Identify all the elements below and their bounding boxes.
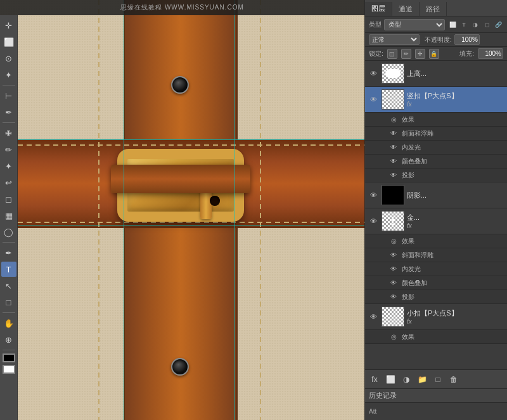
effect-4-shadow-eye[interactable]: 👁	[388, 290, 399, 304]
tool-separator-1	[3, 85, 15, 86]
left-tools-panel: ✛ ⬜ ⊙ ✦ ⊢ ✒ ✙ ✏ ✦ ↩ ◻ ▦ ◯ ✒ T ↖ □ ✋ ⊕	[0, 15, 18, 420]
layer-1-eye[interactable]: 👁	[368, 62, 379, 85]
layer-4-info: 金... fx	[407, 213, 504, 229]
layer-adjust-button[interactable]: ◑	[399, 372, 413, 386]
layer-1-thumbnail	[382, 63, 404, 84]
opacity-input[interactable]	[454, 34, 480, 45]
layer-item-shang-gao[interactable]: 👁 上高...	[365, 61, 507, 87]
effect-label-name: 效果	[402, 115, 414, 124]
layer-add-mask-button[interactable]: ⬜	[383, 372, 397, 386]
tool-lasso[interactable]: ⊙	[1, 51, 16, 66]
effect-4-color-name: 颜色叠加	[402, 279, 427, 288]
effect-4-bevel-eye[interactable]: 👁	[388, 248, 399, 262]
layer-5-eye[interactable]: 👁	[368, 305, 379, 328]
tool-eyedropper[interactable]: ✒	[1, 105, 16, 120]
layer-5-info: 小扣【P大点S】 fx	[407, 309, 504, 325]
tool-history-brush[interactable]: ↩	[1, 175, 16, 190]
tab-channels[interactable]: 通道	[392, 2, 420, 16]
filter-shape-icon[interactable]: ◻	[482, 20, 492, 30]
effect-item-label-2[interactable]: ◎ 效果	[365, 113, 507, 127]
right-panel: 图层 通道 路径 类型 类型 ⬜ T ◑ ◻ 🔗	[364, 0, 507, 420]
layer-3-info: 阴影...	[407, 191, 504, 200]
tool-hand[interactable]: ✋	[1, 315, 16, 331]
effect-4-color-overlay[interactable]: 👁 颜色叠加	[365, 276, 507, 290]
tool-eraser[interactable]: ◻	[1, 191, 16, 207]
tool-dodge[interactable]: ◯	[1, 224, 16, 239]
tool-magic-wand[interactable]: ✦	[1, 67, 16, 82]
foreground-color[interactable]	[3, 353, 15, 362]
tool-gradient[interactable]: ▦	[1, 208, 16, 223]
tool-marquee[interactable]: ⬜	[1, 34, 16, 49]
tool-shape[interactable]: □	[1, 295, 16, 310]
tool-text[interactable]: T	[1, 262, 16, 277]
guide-vertical-1	[124, 0, 124, 420]
layer-item-jin[interactable]: 👁 ! 金... fx	[365, 208, 507, 234]
effect-4-inner-eye[interactable]: 👁	[388, 262, 399, 276]
effect-4-label-eye[interactable]: ◎	[388, 234, 399, 248]
lock-paint-btn[interactable]: ✏	[401, 49, 411, 59]
tool-clone[interactable]: ✦	[1, 158, 16, 174]
filter-text-icon[interactable]: T	[459, 20, 469, 30]
lock-position-btn[interactable]: ✛	[415, 49, 425, 59]
layer-5-fx: fx	[407, 318, 504, 325]
filter-icon-group: ⬜ T ◑ ◻ 🔗	[447, 20, 503, 30]
tool-pen[interactable]: ✒	[1, 245, 16, 260]
effect-bevel-eye[interactable]: 👁	[388, 127, 399, 141]
tool-zoom[interactable]: ⊕	[1, 332, 16, 347]
tab-layers[interactable]: 图层	[365, 2, 392, 16]
fill-input[interactable]	[478, 48, 503, 59]
tool-crop[interactable]: ⊢	[1, 88, 16, 103]
effect-4-inner-name: 内发光	[402, 265, 421, 274]
effect-inner-glow[interactable]: 👁 内发光	[365, 141, 507, 155]
effect-4-color-eye[interactable]: 👁	[388, 276, 399, 290]
tool-move[interactable]: ✛	[1, 18, 16, 33]
layer-1-name: 上高...	[407, 69, 504, 79]
layer-item-xiao-kou[interactable]: 👁 小扣【P大点S】 fx	[365, 304, 507, 330]
effect-shadow-eye[interactable]: 👁	[388, 169, 399, 182]
effect-4-inner-glow[interactable]: 👁 内发光	[365, 262, 507, 276]
tool-heal[interactable]: ✙	[1, 125, 16, 141]
layer-new-button[interactable]: □	[431, 372, 445, 386]
filter-pixel-icon[interactable]: ⬜	[447, 20, 458, 30]
effect-inner-eye[interactable]: 👁	[388, 141, 399, 155]
tool-brush[interactable]: ✏	[1, 142, 16, 157]
layer-group-button[interactable]: 📁	[415, 372, 429, 386]
effect-4-shadow-name: 投影	[402, 293, 414, 302]
layer-2-eye[interactable]: 👁	[368, 88, 379, 111]
effect-5-label-eye[interactable]: ◎	[388, 330, 399, 344]
history-section: 历史记录 Att	[365, 388, 507, 420]
tool-path-select[interactable]: ↖	[1, 278, 16, 293]
filter-adjust-icon[interactable]: ◑	[470, 20, 480, 30]
effect-drop-shadow[interactable]: 👁 投影	[365, 169, 507, 182]
filter-type-select[interactable]: 类型	[384, 19, 445, 30]
effect-item-label-5[interactable]: ◎ 效果	[365, 330, 507, 344]
layer-3-eye[interactable]: 👁	[368, 184, 379, 207]
layer-item-shu-kou[interactable]: 👁 竖扣【P大点S】 fx	[365, 87, 507, 113]
opacity-label: 不透明度:	[425, 35, 452, 44]
filter-smart-icon[interactable]: 🔗	[493, 20, 503, 30]
blend-mode-select[interactable]: 正常	[369, 34, 420, 45]
effect-bevel-emboss[interactable]: 👁 斜面和浮雕	[365, 127, 507, 141]
effect-4-drop-shadow[interactable]: 👁 投影	[365, 290, 507, 304]
layers-list[interactable]: 👁 上高... 👁 竖扣【P大点S】 fx	[365, 61, 507, 369]
effect-color-eye[interactable]: 👁	[388, 155, 399, 169]
layer-4-eye[interactable]: 👁	[368, 210, 379, 232]
layer-delete-button[interactable]: 🗑	[447, 372, 461, 386]
lock-all-btn[interactable]: 🔒	[429, 49, 439, 59]
tab-paths[interactable]: 路径	[420, 2, 447, 16]
guide-horizontal-2	[0, 225, 364, 226]
effect-label-eye[interactable]: ◎	[388, 113, 399, 127]
layer-fx-button[interactable]: fx	[368, 372, 382, 386]
effect-color-overlay[interactable]: 👁 颜色叠加	[365, 155, 507, 169]
lock-transparent-btn[interactable]: ◫	[387, 49, 397, 59]
effect-4-bevel[interactable]: 👁 斜面和浮雕	[365, 248, 507, 262]
effect-item-label-4[interactable]: ◎ 效果	[365, 234, 507, 248]
history-header: 历史记录	[365, 389, 507, 403]
stitch-right	[260, 0, 261, 420]
history-content: Att	[365, 403, 507, 420]
layer-item-yin-ying[interactable]: 👁 阴影...	[365, 182, 507, 208]
layer-5-thumbnail	[382, 307, 404, 327]
effect-inner-name: 内发光	[402, 143, 421, 152]
background-color[interactable]	[3, 365, 15, 374]
panel-tabs: 图层 通道 路径	[365, 0, 507, 16]
